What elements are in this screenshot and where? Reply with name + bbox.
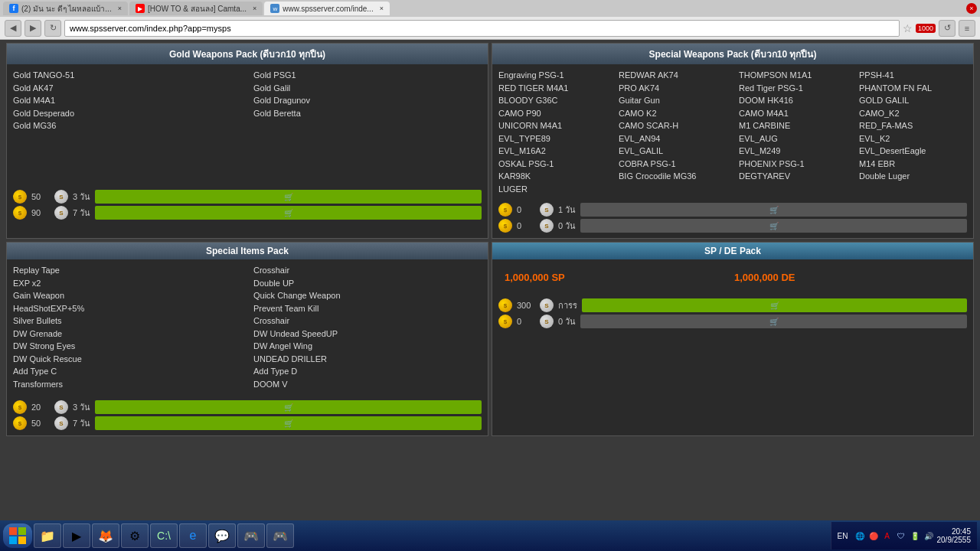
special-col1: Engraving PSG-1 RED TIGER M4A1 BLOODY G3… (498, 69, 606, 195)
list-item: DW Strong Eyes (13, 340, 241, 353)
si-days-2: 7 วัน (73, 416, 90, 430)
special-pack-price-row-1: $ 0 S 1 วัน 🛒 (498, 203, 967, 217)
list-item: Add Type C (13, 365, 241, 378)
sde-amount-1: 300 (517, 301, 535, 310)
back-button[interactable]: ◀ (5, 20, 21, 37)
tab-spsserver-label: www.spsserver.com/inde... (283, 5, 373, 13)
list-item: Gain Weapon (13, 289, 241, 302)
svg-rect-1 (18, 527, 26, 535)
tray-icon-adobe[interactable]: A (882, 530, 893, 541)
taskbar-app-firefox[interactable]: 🦊 (92, 523, 119, 548)
special-pack-items: Engraving PSG-1 RED TIGER M4A1 BLOODY G3… (492, 64, 973, 200)
special-col4: PPSH-41 PHANTOM FN FAL GOLD GALIL CAMO_K… (859, 69, 967, 195)
list-item: RED TIGER M4A1 (498, 82, 606, 95)
list-item: OSKAL PSG-1 (498, 158, 606, 171)
sp-amount-2: 0 (517, 221, 535, 230)
list-item: EVL_TYPE89 (498, 132, 606, 145)
list-item: EVL_M16A2 (498, 145, 606, 158)
forward-button[interactable]: ▶ (24, 20, 41, 37)
sp-de-header: SP / DE Pack (492, 243, 973, 259)
tray-icon-network[interactable]: 🌐 (854, 530, 865, 541)
start-button[interactable] (3, 523, 32, 548)
list-item: Quick Change Weapon (253, 289, 482, 302)
buy-bar-sp2[interactable]: 🛒 (580, 219, 967, 233)
list-item: RED_FA-MAS (859, 119, 967, 132)
taskbar-app-game1[interactable]: 🎮 (237, 523, 265, 548)
special-items-body: Replay Tape EXP x2 Gain Weapon HeadShotE… (7, 259, 488, 397)
bookmark-star[interactable]: ☆ (903, 22, 913, 34)
list-item: Crosshair (253, 315, 482, 328)
tab-youtube[interactable]: ▶ [HOW TO & สอนลง] Camta... × (129, 2, 263, 15)
special-pack-columns: Engraving PSG-1 RED TIGER M4A1 BLOODY G3… (498, 69, 967, 195)
sps-favicon: w (270, 4, 279, 13)
list-item: GOLD GALIL (859, 94, 967, 107)
list-item: EVL_K2 (859, 132, 967, 145)
taskbar-app-media[interactable]: ▶ (63, 523, 90, 548)
window-close[interactable]: × (966, 3, 977, 14)
list-item: DW Grenade (13, 328, 241, 341)
reload-button[interactable]: ↺ (939, 20, 956, 37)
list-item: M14 EBR (859, 158, 967, 171)
buy-bar-sde2[interactable]: 🛒 (580, 315, 967, 328)
list-item: DEGTYAREV (739, 170, 847, 183)
tray-icon-battery[interactable]: 🔋 (910, 530, 920, 541)
taskbar-app-terminal[interactable]: C:\ (150, 523, 178, 548)
list-item: Gold Beretta (253, 107, 482, 120)
list-item: Transformers (13, 378, 241, 391)
list-item: UNICORN M4A1 (498, 119, 606, 132)
game1-icon: 🎮 (243, 529, 259, 543)
list-item: EVL_AUG (739, 132, 847, 145)
address-bar[interactable] (64, 20, 900, 37)
sp-de-section: SP / DE Pack 1,000,000 SP 1,000,000 DE $… (492, 242, 974, 436)
list-item: Add Type D (253, 365, 482, 378)
clock-date: 20/9/2555 (937, 536, 972, 544)
taskbar-app-chat[interactable]: 💬 (208, 523, 236, 548)
buy-button-sde-1[interactable]: 🛒 (582, 298, 967, 312)
refresh-button[interactable]: ↻ (44, 20, 61, 37)
buy-bar-sp1[interactable]: 🛒 (580, 203, 967, 217)
menu-button[interactable]: ≡ (959, 20, 975, 37)
list-item: REDWAR AK74 (619, 69, 727, 82)
special-items-section: Special Items Pack Replay Tape EXP x2 Ga… (6, 242, 488, 436)
list-item: DOOM V (253, 378, 482, 391)
gold-pack-col2: Gold PSG1 Gold Galil Gold Dragunov Gold … (253, 69, 482, 132)
buy-button-si-1[interactable]: 🛒 (95, 400, 482, 414)
gold-coin-si1: $ (13, 400, 27, 414)
tab-close-facebook[interactable]: × (118, 5, 122, 12)
tray-icon-update[interactable]: 🔴 (868, 530, 879, 541)
cart-icon-sde2: 🛒 (769, 318, 779, 326)
list-item: COBRA PSG-1 (619, 158, 727, 171)
taskbar-app-explorer[interactable]: 📁 (34, 523, 61, 548)
si-price-row-1: $ 20 S 3 วัน 🛒 (13, 400, 482, 414)
cart-icon-sp2: 🛒 (769, 222, 779, 230)
taskbar-app-game2[interactable]: 🎮 (266, 523, 294, 548)
buy-button-si-2[interactable]: 🛒 (95, 416, 482, 430)
list-item: PHANTOM FN FAL (859, 82, 967, 95)
tab-spsserver[interactable]: w www.spsserver.com/inde... × (264, 2, 390, 15)
firefox-icon: 🦊 (98, 529, 113, 543)
media-icon: ▶ (72, 529, 81, 543)
tab-facebook[interactable]: f (2) มัน นะ ดีๆ ไผหลอแบ้า... × (3, 2, 128, 15)
sde-label-1: การร (558, 298, 577, 312)
silver-coin-sde1: S (540, 298, 554, 312)
list-item: KAR98K (498, 170, 606, 183)
list-item: Guitar Gun (619, 94, 727, 107)
tab-close-spsserver[interactable]: × (380, 5, 384, 12)
list-item: Engraving PSG-1 (498, 69, 606, 82)
sp-de-amounts: 1,000,000 SP 1,000,000 DE (498, 266, 967, 289)
top-packs-grid: Gold Weapons Pack (ดีบวก10 ทุกปืน) Gold … (6, 43, 974, 239)
taskbar-app-settings[interactable]: ⚙ (121, 523, 149, 548)
tab-close-youtube[interactable]: × (253, 5, 256, 12)
taskbar: 📁 ▶ 🦊 ⚙ C:\ e 💬 🎮 🎮 EN 🌐 🔴 A 🛡 🔋 🔊 20:45… (0, 520, 980, 551)
list-item: UNDEAD DRILLER (253, 353, 482, 366)
buy-button-gold-2[interactable]: 🛒 (95, 206, 482, 220)
list-item: EXP x2 (13, 277, 241, 290)
windows-logo-icon (9, 527, 26, 544)
taskbar-app-browser[interactable]: e (179, 523, 207, 548)
gold-pack-section: Gold Weapons Pack (ดีบวก10 ทุกปืน) Gold … (6, 43, 488, 239)
sp-days-1: 1 วัน (558, 203, 576, 217)
tray-icon-volume[interactable]: 🔊 (923, 530, 934, 541)
silver-coin-sp1: S (540, 203, 554, 217)
buy-button-gold-1[interactable]: 🛒 (95, 190, 482, 204)
tray-icon-antivirus[interactable]: 🛡 (896, 530, 906, 541)
